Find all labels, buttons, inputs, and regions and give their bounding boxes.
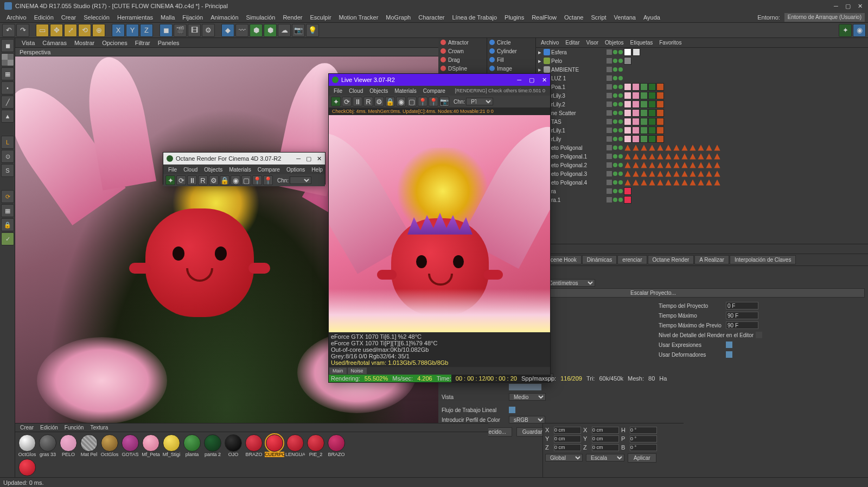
close-button[interactable]: ✕ [856,2,864,10]
ot-menu-etiquetas[interactable]: Etiquetas [628,39,656,46]
ot-menu-favoritos[interactable]: Favoritos [656,39,684,46]
environment-button[interactable]: ☁ [278,24,291,37]
attr-tab[interactable]: Interpolación de Claves [730,255,796,264]
redo-button[interactable]: ↷ [16,24,29,37]
point-mode[interactable]: • [1,81,14,94]
octane-clay-button[interactable]: ▢ [241,175,251,185]
obj-row[interactable]: ▸ra.1 [536,195,868,204]
material-pie_2[interactable]: PIE_2 [306,434,326,457]
menu-motion tracker[interactable]: Motion Tracker [336,13,382,22]
obj-row[interactable]: ▸rLily.3 [536,91,868,100]
lv-menu-cloud[interactable]: Cloud [346,87,366,94]
snap-mode[interactable]: ⊙ [1,150,14,163]
menu-mograph[interactable]: MoGraph [382,13,414,22]
lv-sphere-button[interactable]: ◉ [396,97,406,106]
realflow-button[interactable]: ◉ [853,24,866,37]
lv-chn-select[interactable]: PT [466,98,493,105]
deformer-button[interactable]: ⬢ [264,24,277,37]
mat-menu-edición[interactable]: Edición [37,424,61,431]
material-pelo[interactable]: PELO [59,434,78,457]
lv-max-button[interactable]: ▢ [529,77,534,84]
cube-primitive-button[interactable]: ◼ [159,24,173,37]
coord-scale-select[interactable]: Escala [586,454,624,461]
vp-menu-cámaras[interactable]: Cámaras [39,39,70,47]
lod-render-check[interactable] [756,332,762,338]
obj-row[interactable]: ▸Esfera [536,48,868,56]
octane-min-button[interactable]: ─ [296,155,301,162]
lv-menu-materials[interactable]: Materials [392,87,419,94]
obj-row[interactable]: ▸LUZ 1 [536,74,868,83]
viewport-tab[interactable]: Perspectiva [15,48,438,56]
mat-menu-función[interactable]: Función [62,424,87,431]
material-lengua[interactable]: LENGUA [285,434,305,457]
menu-octane[interactable]: Octane [561,13,586,22]
soft-select[interactable]: S [1,164,14,177]
octane-max-button[interactable]: ▢ [306,155,311,162]
attr-tab[interactable]: Dinámicas [582,255,617,264]
material-octglos[interactable]: OctGlos [17,434,37,457]
obj-row[interactable]: ▸Poa.1 [536,83,868,91]
ot-menu-editar[interactable]: Editar [563,39,582,46]
vp-menu-mostrar[interactable]: Mostrar [71,39,98,47]
viewport-solo[interactable]: ▦ [1,204,14,217]
move-tool[interactable]: ✥ [50,24,63,37]
menu-herramientas[interactable]: Herramientas [114,13,156,22]
prev-max-input[interactable] [726,321,758,329]
live-viewer-window[interactable]: Live Viewer 3.07-R2 ─▢✕ FileCloudObjects… [328,73,551,383]
rotate-tool[interactable]: ⟲ [78,24,91,37]
selection-filter[interactable]: ✓ [1,232,14,245]
project-scale-unit[interactable]: Centímetros [544,279,595,287]
tweak-mode[interactable]: ⟳ [1,190,14,203]
menu-crear[interactable]: Crear [58,13,80,22]
undo-button[interactable]: ↶ [2,24,15,37]
env-selector[interactable]: Entorno de Arranque (Usuario) [784,13,865,22]
lv-settings-button[interactable]: ⚙ [374,97,384,106]
menu-ventana[interactable]: Ventana [611,13,639,22]
menu-animación[interactable]: Animación [207,13,241,22]
menu-malla[interactable]: Malla [157,13,178,22]
axis-x-button[interactable]: X [112,24,125,37]
obj-row[interactable]: ▸eto Poligonal.2 [536,161,868,169]
render-pv-button[interactable]: 🎞 [188,24,201,37]
lv-menu-objects[interactable]: Objects [367,87,391,94]
menu-fijación[interactable]: Fijación [179,13,206,22]
menu-línea de trabajo[interactable]: Línea de Trabajo [449,13,501,22]
material-extra[interactable] [17,459,37,476]
ot-menu-archivo[interactable]: Archivo [538,39,561,46]
lv-menu-compare[interactable]: Compare [420,87,448,94]
prim-attractor[interactable]: Attractor [438,38,487,47]
octane-close-button[interactable]: ✕ [317,155,322,162]
menu-edición[interactable]: Edición [31,13,57,22]
mat-menu-textura[interactable]: Textura [87,424,111,431]
menu-plugins[interactable]: Plugins [501,13,527,22]
camera-button[interactable]: 📷 [292,24,305,37]
obj-row[interactable]: ▸rLily.2 [536,100,868,109]
coord-global-select[interactable]: Global [545,454,583,461]
menu-realflow[interactable]: RealFlow [528,13,560,22]
prim-image[interactable]: Image [487,64,535,73]
material-cuerpo[interactable]: CUERPO [265,434,284,457]
prim-drag[interactable]: Drag [438,55,487,64]
lv-close-button[interactable]: ✕ [542,77,547,84]
scale-tool[interactable]: ⤢ [64,24,77,37]
primitive-button[interactable]: ◆ [221,24,234,37]
material-mf_peta[interactable]: Mf_Peta [141,434,161,457]
menu-esculpir[interactable]: Esculpir [307,13,334,22]
generator-button[interactable]: ⬢ [250,24,263,37]
os-menu-compare[interactable]: Compare [255,166,283,173]
light-button[interactable]: 💡 [306,24,319,37]
view-select[interactable]: Medio [509,393,546,401]
texture-mode[interactable] [1,53,14,66]
material-gras 33[interactable]: gras 33 [38,434,58,457]
lv-menu-file[interactable]: File [331,87,345,94]
os-menu-options[interactable]: Options [284,166,308,173]
obj-row[interactable]: ▸eto Poligonal [536,143,868,152]
attr-tab[interactable]: Octane Render [648,255,694,264]
expressions-check[interactable] [726,341,732,348]
lv-min-button[interactable]: ─ [517,77,521,84]
max-time-input[interactable] [726,312,758,319]
prim-crown[interactable]: Crown [438,47,487,55]
menu-ayuda[interactable]: Ayuda [640,13,663,22]
material-octglos[interactable]: OctGlos [100,434,119,457]
live-viewer-render[interactable] [329,115,550,332]
